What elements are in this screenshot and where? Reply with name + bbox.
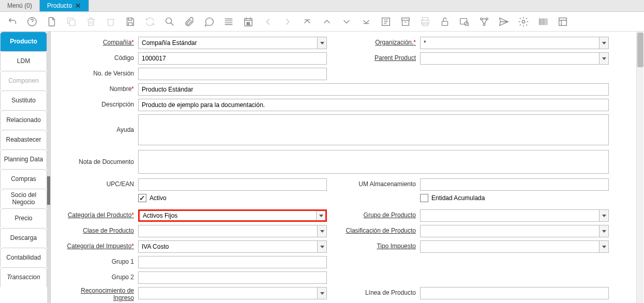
- sidebar-item-ldm[interactable]: LDM: [0, 51, 47, 71]
- grid-icon[interactable]: [221, 13, 236, 30]
- sidebar-item-descarga[interactable]: Descarga: [0, 228, 47, 248]
- sidebar-item-socio[interactable]: Socio del Negocio: [0, 189, 47, 208]
- clasif-producto-input[interactable]: [421, 225, 599, 237]
- copy-icon[interactable]: [64, 13, 79, 30]
- archive-icon[interactable]: [398, 13, 413, 30]
- tab-menu[interactable]: Menú (0): [0, 0, 40, 11]
- um-alm-input[interactable]: [420, 178, 609, 191]
- upc-ean-input[interactable]: [138, 178, 327, 191]
- form-icon[interactable]: [556, 13, 570, 30]
- chevron-down-icon[interactable]: [599, 241, 608, 252]
- codigo-input[interactable]: [138, 52, 327, 65]
- lock-icon[interactable]: [438, 13, 452, 30]
- top-tabs: Menú (0) Producto ✕: [0, 0, 644, 12]
- new-icon[interactable]: [44, 13, 59, 30]
- trash-icon[interactable]: [103, 13, 118, 30]
- content-scroll-thumb[interactable]: [637, 33, 643, 67]
- sidebar-item-reabastecer[interactable]: Reabastecer: [0, 130, 47, 149]
- gear-icon[interactable]: [516, 13, 531, 30]
- sidebar-item-componen[interactable]: Componen: [0, 71, 47, 90]
- svg-point-13: [481, 18, 483, 20]
- refresh-icon[interactable]: [143, 13, 157, 30]
- chevron-down-icon[interactable]: [317, 287, 326, 299]
- svg-point-15: [483, 23, 485, 25]
- close-icon[interactable]: ✕: [75, 2, 81, 10]
- clase-producto-input[interactable]: [139, 225, 317, 237]
- entidad-checkbox[interactable]: [420, 194, 428, 202]
- side-scroll-thumb[interactable]: [47, 176, 50, 205]
- compania-combo[interactable]: [138, 37, 327, 49]
- up-icon[interactable]: [320, 13, 334, 30]
- chat-icon[interactable]: [202, 13, 216, 30]
- parent-product-combo[interactable]: [420, 52, 609, 65]
- chevron-down-icon[interactable]: [317, 241, 326, 252]
- sidebar-item-compras[interactable]: Compras: [0, 169, 47, 189]
- entidad-checkbox-wrap[interactable]: Entidad Acumulada: [420, 194, 609, 202]
- tipo-impuesto-combo[interactable]: [420, 240, 609, 253]
- nombre-input[interactable]: [138, 83, 609, 96]
- chevron-down-icon[interactable]: [316, 211, 325, 220]
- report-icon[interactable]: [379, 13, 393, 30]
- activo-checkbox-wrap[interactable]: Activo: [138, 194, 327, 202]
- tab-menu-label: Menú (0): [7, 2, 32, 9]
- sidebar-item-contabilidad[interactable]: Contabilidad: [0, 248, 47, 267]
- prev-icon[interactable]: [261, 13, 275, 30]
- sidebar-item-relacionado[interactable]: Relacionado: [0, 110, 47, 130]
- next-icon[interactable]: [280, 13, 295, 30]
- grupo2-input[interactable]: [138, 271, 327, 284]
- zoom-icon[interactable]: [457, 13, 472, 30]
- sidebar-item-transacciones[interactable]: Transaccion: [0, 267, 47, 287]
- workflow-icon[interactable]: [477, 13, 491, 30]
- sidebar-item-producto[interactable]: Producto: [0, 32, 47, 51]
- print-icon[interactable]: [418, 13, 432, 30]
- barcode-icon[interactable]: [536, 13, 550, 30]
- chevron-down-icon[interactable]: [599, 210, 608, 221]
- nombre-label: Nombre*: [63, 83, 138, 95]
- delete-icon[interactable]: [84, 13, 98, 30]
- save-icon[interactable]: [123, 13, 138, 30]
- attachment-icon[interactable]: [182, 13, 197, 30]
- parent-product-input[interactable]: [421, 53, 599, 64]
- descripcion-input[interactable]: [138, 99, 609, 111]
- last-icon[interactable]: [359, 13, 373, 30]
- activo-checkbox[interactable]: [138, 194, 146, 202]
- grupo1-input[interactable]: [138, 256, 327, 268]
- search-icon[interactable]: [162, 13, 177, 30]
- clase-producto-combo[interactable]: [138, 225, 327, 237]
- linea-producto-input[interactable]: [420, 287, 609, 299]
- sidebar-item-precio[interactable]: Precio: [0, 208, 47, 228]
- sidebar-item-planning[interactable]: Planning Data: [0, 149, 47, 169]
- nota-doc-textarea[interactable]: [138, 150, 609, 174]
- chevron-down-icon[interactable]: [599, 37, 608, 49]
- sidebar-item-sustituto[interactable]: Sustituto: [0, 90, 47, 110]
- cat-impuesto-input[interactable]: [139, 241, 317, 252]
- clasif-producto-combo[interactable]: [420, 225, 609, 237]
- organizacion-combo[interactable]: [420, 37, 609, 49]
- no-version-input[interactable]: [138, 68, 327, 80]
- ayuda-textarea[interactable]: [138, 114, 609, 145]
- first-icon[interactable]: [300, 13, 314, 30]
- chevron-down-icon[interactable]: [599, 225, 608, 237]
- recon-ingreso-input[interactable]: [139, 287, 317, 299]
- chevron-down-icon[interactable]: [599, 53, 608, 64]
- cat-producto-combo[interactable]: [138, 209, 327, 222]
- chevron-down-icon[interactable]: [317, 37, 326, 49]
- svg-rect-7: [423, 17, 428, 20]
- tab-producto[interactable]: Producto ✕: [40, 0, 89, 11]
- send-icon[interactable]: [497, 13, 511, 30]
- compania-input[interactable]: [139, 37, 317, 49]
- grupo-producto-input[interactable]: [421, 210, 599, 221]
- grupo-producto-combo[interactable]: [420, 209, 609, 222]
- undo-icon[interactable]: [5, 13, 20, 30]
- help-icon[interactable]: [25, 13, 39, 30]
- content-scrollbar[interactable]: [636, 32, 643, 303]
- down-icon[interactable]: [339, 13, 354, 30]
- recon-ingreso-combo[interactable]: [138, 287, 327, 299]
- organizacion-input[interactable]: [421, 37, 599, 49]
- side-scrollbar[interactable]: [47, 32, 50, 303]
- cat-impuesto-combo[interactable]: [138, 240, 327, 253]
- tipo-impuesto-input[interactable]: [421, 241, 599, 252]
- cat-producto-input[interactable]: [140, 211, 316, 220]
- calendar-icon[interactable]: 31: [241, 13, 256, 30]
- chevron-down-icon[interactable]: [317, 225, 326, 237]
